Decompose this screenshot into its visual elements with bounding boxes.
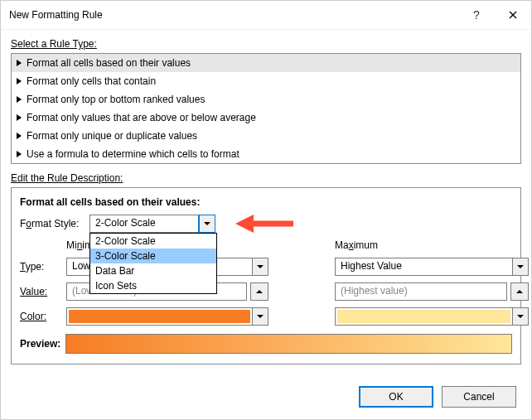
chevron-down-icon — [257, 315, 264, 318]
max-type-combo[interactable]: Highest Value — [335, 258, 529, 276]
format-style-combo[interactable]: 2-Color Scale — [89, 215, 215, 233]
value-label: Value: — [20, 286, 66, 297]
new-formatting-rule-dialog: New Formatting Rule ? Select a Rule Type… — [0, 0, 532, 420]
dropdown-button[interactable] — [512, 308, 528, 325]
dialog-footer: OK Cancel — [1, 378, 531, 419]
ok-button[interactable]: OK — [359, 386, 433, 408]
close-button[interactable] — [495, 1, 531, 29]
arrow-right-icon — [17, 133, 22, 139]
rule-type-item[interactable]: Format all cells based on their values — [12, 54, 520, 72]
callout-arrow-icon — [235, 211, 293, 236]
cancel-button[interactable]: Cancel — [442, 386, 516, 408]
format-style-option[interactable]: 2-Color Scale — [90, 234, 216, 249]
chevron-down-icon — [517, 265, 524, 268]
rule-type-list[interactable]: Format all cells based on their values F… — [11, 53, 521, 164]
type-label: Type: — [20, 261, 66, 273]
chevron-down-icon — [204, 222, 210, 225]
arrow-right-icon — [17, 114, 22, 121]
min-color-swatch — [69, 310, 250, 323]
format-style-label: Format Style: — [20, 218, 89, 229]
rule-type-item[interactable]: Format only values that are above or bel… — [12, 109, 520, 127]
format-style-row: Format Style: 2-Color Scale 2-Color Scal… — [20, 215, 512, 233]
close-icon — [509, 11, 517, 19]
rule-type-label: Select a Rule Type: — [11, 38, 521, 50]
dropdown-button[interactable] — [512, 258, 528, 275]
preview-row: Preview: — [20, 334, 512, 354]
maximum-header: Maximum — [335, 239, 529, 251]
dropdown-button[interactable] — [252, 308, 268, 325]
max-color-combo[interactable] — [335, 307, 529, 326]
min-color-combo[interactable] — [66, 307, 268, 326]
max-value-rangepick-button[interactable] — [510, 282, 529, 301]
color-label: Color: — [20, 311, 66, 322]
dialog-title: New Formatting Rule — [9, 9, 458, 21]
format-style-dropdown-list[interactable]: 2-Color Scale 3-Color Scale Data Bar Ico… — [89, 233, 217, 294]
help-button[interactable]: ? — [458, 1, 495, 29]
rule-type-item[interactable]: Format only unique or duplicate values — [12, 127, 520, 145]
arrow-right-icon — [17, 60, 22, 66]
rule-type-item[interactable]: Format only cells that contain — [12, 72, 520, 90]
chevron-down-icon — [517, 315, 524, 318]
collapse-dialog-icon — [516, 290, 523, 293]
preview-label: Preview: — [20, 338, 60, 350]
rule-type-item[interactable]: Use a formula to determine which cells t… — [12, 145, 520, 163]
collapse-dialog-icon — [256, 290, 263, 293]
dialog-body: Select a Rule Type: Format all cells bas… — [1, 30, 531, 378]
format-style-dropdown-button[interactable] — [199, 215, 215, 232]
max-color-swatch — [337, 310, 510, 323]
preview-gradient — [65, 334, 512, 354]
format-style-option[interactable]: Icon Sets — [90, 278, 216, 293]
format-style-value: 2-Color Scale — [90, 215, 199, 232]
titlebar: New Formatting Rule ? — [1, 1, 531, 30]
rule-type-item[interactable]: Format only top or bottom ranked values — [12, 90, 520, 109]
format-style-option[interactable]: Data Bar — [90, 263, 216, 278]
max-value-input[interactable]: (Highest value) — [335, 282, 507, 301]
rule-description-box: Format all cells based on their values: … — [11, 187, 521, 364]
edit-description-label: Edit the Rule Description: — [11, 172, 521, 184]
arrow-right-icon — [17, 151, 22, 157]
arrow-right-icon — [17, 78, 22, 84]
arrow-right-icon — [17, 96, 22, 103]
desc-title: Format all cells based on their values: — [20, 196, 512, 208]
dropdown-button[interactable] — [252, 258, 268, 275]
min-value-rangepick-button[interactable] — [250, 282, 268, 301]
format-style-option[interactable]: 3-Color Scale — [90, 249, 216, 263]
chevron-down-icon — [257, 265, 264, 268]
